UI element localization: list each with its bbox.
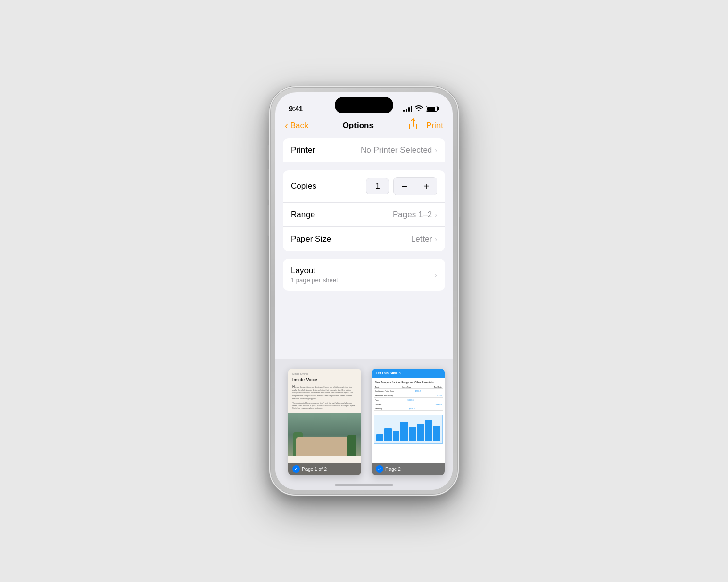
layout-row[interactable]: Layout 1 page per sheet › bbox=[283, 259, 445, 291]
layout-sublabel: 1 page per sheet bbox=[291, 276, 338, 284]
paper-size-label: Paper Size bbox=[291, 234, 331, 244]
paper-size-value: Letter bbox=[411, 234, 432, 244]
blue-header: Let This Sink In bbox=[372, 369, 445, 378]
blue-table: Sink Bumpers for Your Range and Other Es… bbox=[372, 378, 445, 413]
copies-row: Copies 1 − + bbox=[283, 170, 445, 203]
nav-title: Options bbox=[343, 121, 374, 130]
power-button[interactable] bbox=[459, 169, 461, 217]
copies-stepper: − + bbox=[393, 177, 437, 195]
content-area: Printer No Printer Selected › Copies 1 bbox=[275, 138, 453, 359]
page-1-badge: ✓ Page 1 of 2 bbox=[288, 463, 361, 475]
signal-icon bbox=[403, 106, 412, 112]
home-indicator bbox=[335, 484, 393, 486]
print-button[interactable]: Print bbox=[426, 121, 443, 130]
preview-page-1[interactable]: Simple Styling Inside Voice No one thoug… bbox=[288, 369, 361, 475]
back-chevron-icon: ‹ bbox=[285, 120, 288, 131]
wifi-icon bbox=[415, 105, 423, 113]
layout-chevron-icon: › bbox=[435, 271, 437, 279]
mag-header: Simple Styling bbox=[288, 369, 361, 377]
range-row[interactable]: Range Pages 1–2 › bbox=[283, 203, 445, 227]
printer-card: Printer No Printer Selected › bbox=[283, 138, 445, 162]
printer-value: No Printer Selected bbox=[361, 146, 432, 155]
copies-count: 1 bbox=[366, 178, 389, 194]
range-label: Range bbox=[291, 210, 315, 220]
printer-label: Printer bbox=[291, 146, 315, 155]
mag-title: Inside Voice bbox=[288, 377, 361, 384]
page-2-badge-text: Page 2 bbox=[385, 467, 401, 472]
paper-size-row[interactable]: Paper Size Letter › bbox=[283, 227, 445, 251]
page-2-check-icon: ✓ bbox=[376, 465, 383, 473]
back-button[interactable]: ‹ Back bbox=[285, 120, 308, 131]
volume-down-button[interactable] bbox=[267, 205, 269, 236]
nav-right-actions: Print bbox=[408, 118, 443, 132]
printer-chevron-icon: › bbox=[435, 146, 437, 154]
paper-size-chevron-icon: › bbox=[435, 235, 437, 243]
layout-card: Layout 1 page per sheet › bbox=[283, 259, 445, 291]
status-icons bbox=[403, 105, 439, 113]
copies-label: Copies bbox=[291, 181, 316, 191]
mag-image bbox=[288, 413, 361, 456]
mag-body: No one thought the most dedicated home h… bbox=[288, 384, 361, 400]
page-1-badge-text: Page 1 of 2 bbox=[302, 467, 327, 472]
page-1-check-icon: ✓ bbox=[292, 465, 300, 473]
mag-body-2: The designs in Home magazine don't last,… bbox=[288, 402, 361, 410]
page-2-badge: ✓ Page 2 bbox=[372, 463, 445, 475]
range-value: Pages 1–2 bbox=[393, 210, 432, 220]
phone-screen: 9:41 bbox=[275, 92, 453, 490]
phone-wrapper: 9:41 bbox=[269, 86, 459, 496]
preview-page-2[interactable]: Let This Sink In Sink Bumpers for Your R… bbox=[372, 369, 445, 475]
battery-icon bbox=[426, 106, 439, 112]
copies-minus-button[interactable]: − bbox=[394, 178, 415, 195]
layout-label: Layout bbox=[291, 266, 338, 275]
status-bar: 9:41 bbox=[275, 92, 453, 116]
nav-bar: ‹ Back Options Print bbox=[275, 116, 453, 138]
copies-plus-button[interactable]: + bbox=[415, 178, 437, 195]
share-icon[interactable] bbox=[408, 118, 418, 132]
dynamic-island bbox=[335, 97, 393, 113]
range-chevron-icon: › bbox=[435, 211, 437, 219]
preview-area: Simple Styling Inside Voice No one thoug… bbox=[275, 359, 453, 490]
volume-up-button[interactable] bbox=[267, 169, 269, 200]
printer-row[interactable]: Printer No Printer Selected › bbox=[283, 138, 445, 162]
back-label: Back bbox=[290, 121, 309, 130]
blue-chart bbox=[374, 415, 443, 444]
status-time: 9:41 bbox=[289, 104, 303, 113]
options-card: Copies 1 − + Range P bbox=[283, 170, 445, 251]
mute-button[interactable] bbox=[267, 145, 269, 160]
